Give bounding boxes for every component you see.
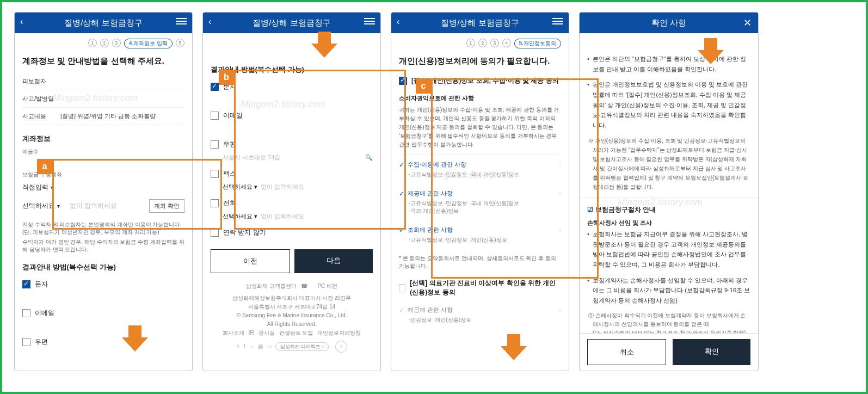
- arrow-down-icon: [309, 29, 340, 60]
- scroll-top-button[interactable]: ↑: [335, 341, 347, 353]
- next-button[interactable]: 다음: [294, 249, 373, 273]
- checkbox-icon: [211, 112, 219, 120]
- step-indicator: 1234 5.개인정보동의: [399, 39, 561, 48]
- note-1: 지정 수익자 외 피보험자는 본인명의의 계좌만 이용이 가능합니다. (단, …: [22, 221, 184, 236]
- chevron-right-icon: ›: [559, 162, 561, 168]
- header: ‹ 질병/상해 보험금청구: [15, 13, 192, 33]
- cancel-button[interactable]: 취소: [587, 339, 666, 365]
- row-date: 사고/발병일: [22, 90, 184, 108]
- header-title: 질병/상해 보험금청구: [441, 18, 519, 28]
- checkbox-icon: [399, 77, 407, 85]
- chk-email[interactable]: 이메일: [211, 108, 373, 124]
- address-input[interactable]: 서울시 서초대로 74길🔍: [211, 152, 373, 166]
- header-title: 확인 사항: [651, 18, 686, 28]
- tag-b: b: [219, 70, 234, 85]
- back-icon[interactable]: ‹: [208, 17, 211, 27]
- screen-1: ‹ 질병/상해 보험금청구 123 4.계좌정보 입력 5 계좌정보 및 안내방…: [14, 12, 193, 371]
- arrow-down-icon: [498, 332, 529, 362]
- chk-post[interactable]: 우편: [211, 137, 373, 152]
- info-3: ※ 개인(신용)정보의 수집·이용, 조회 및 민감정보·고유식별정보의 처리가…: [587, 136, 750, 192]
- header: 확인 사항 ✕: [580, 13, 758, 33]
- chk-optional-consent[interactable]: [선택] 의료기관 진료비 이상여부 확인을 위한 개인(신용)정보 동의: [399, 275, 561, 300]
- arrow-down-icon: [695, 36, 726, 66]
- proc-1: 보험회사는 보험금 지급여부 결정을 위해 사고현장조사, 병원방문조사 등이 …: [587, 229, 750, 270]
- select-bank-row: 선택하세요▾ 없이 입력하세요 계좌 확인: [22, 196, 184, 217]
- chk-email[interactable]: 이메일: [22, 305, 184, 321]
- checkbox-icon: [399, 284, 405, 292]
- checkbox-icon: [211, 83, 219, 91]
- bottom-buttons: 취소 확인: [580, 333, 758, 371]
- hamburger-icon[interactable]: [176, 18, 187, 24]
- info-2: 본인은 개인정보보호법 및 신용정보의 이용 및 보호에 관한 법률에 따라 '…: [587, 79, 750, 130]
- phone-select[interactable]: 선택하세요 ▾: [223, 212, 257, 220]
- checkbox-icon: [22, 309, 30, 317]
- acc-lookup[interactable]: ✓조회에 관한 사항› ·고유식별정보 ·민감정보 ·개인(신용)정보: [399, 220, 561, 249]
- label-depositor: 예금주: [22, 148, 184, 156]
- proc-2-sub: ① 손해사정이 착수되기 이전에 보험계약자 등이 보험회사에게 손해사정사의 …: [587, 311, 750, 333]
- section-notify: 결과안내 방법(복수선택 가능): [22, 262, 184, 272]
- hamburger-icon[interactable]: [552, 18, 563, 24]
- arrow-down-icon: [120, 323, 150, 354]
- acc-provide[interactable]: ✓제공에 관한 사항› ·고유식별정보 ·민감정보 ·국내 개인(신용)정보 ·…: [399, 184, 561, 220]
- section-notify: 결과안내 방법(복수선택 가능): [211, 65, 373, 75]
- checkbox-icon: [211, 199, 219, 207]
- checkbox-icon: [211, 170, 219, 178]
- header: ‹ 질병/상해 보험금청구: [203, 13, 380, 33]
- consent-note: * 본 동의는 요약동의서로 안내되며, 상세동의서로도 확인 후 동의 가능합…: [399, 255, 561, 270]
- consent-subtitle: 소비자권익보호에 관한 사항: [399, 94, 561, 102]
- chk-phone[interactable]: 전화: [211, 195, 373, 211]
- footer-links[interactable]: 회사소개IR공시실컨설턴트 모집개인정보처리방침: [211, 329, 373, 337]
- chevron-right-icon: ›: [559, 190, 561, 197]
- chk-post[interactable]: 우편: [22, 334, 184, 350]
- consent-body: 귀하는 개인(신용)정보의 수집·이용 및 조회, 제공에 관한 동의를 거부하…: [399, 106, 561, 149]
- chk-fax[interactable]: 팩스: [211, 166, 373, 182]
- direct-link[interactable]: 삼성화재 다이렉트 ›: [275, 342, 329, 351]
- tag-c: c: [416, 78, 431, 94]
- acc-collect[interactable]: ✓수집·이용에 관한 사항› ·고유식별정보 ·민감정보 ·국내 개인(신용)정…: [399, 155, 561, 184]
- note-2: 수익자가 여러 명인 경우, 해당 수익자의 보험금 수령 계좌입력을 위해 담…: [22, 238, 184, 254]
- checkbox-icon: [22, 280, 30, 288]
- chk-sms[interactable]: 문자: [211, 79, 373, 95]
- phone-icon: ☎: [301, 282, 307, 291]
- screen-3: ‹ 질병/상해 보험금청구 1234 5.개인정보동의 개인(신용)정보처리에 …: [391, 12, 569, 371]
- chk-sms[interactable]: 문자: [22, 276, 184, 292]
- sub-assessor: 손해사정사 선임 및 조사: [587, 219, 750, 227]
- acc-opt-provide[interactable]: ✓제공에 관한 사항› ·민감정보 ·개인(신용)정보: [399, 300, 561, 329]
- proc-2: 보험계약자는 손해사정사를 선임할 수 있으며, 아래의 경우에는 그 비용을 …: [587, 275, 750, 306]
- header: ‹ 질병/상해 보험금청구: [391, 13, 569, 33]
- step-indicator: 123 4.계좌정보 입력 5: [22, 39, 184, 48]
- section-procedure: ☑보험금청구절차 안내: [587, 205, 750, 214]
- info-1: 본인은 하단의 "보험금청구"를 통하여 보상 절차에 관한 정보를 안내 받고…: [587, 54, 750, 74]
- chevron-right-icon: ›: [559, 227, 561, 233]
- checkbox-icon: [22, 338, 30, 346]
- hamburger-icon[interactable]: [364, 18, 375, 24]
- search-icon[interactable]: 🔍: [365, 154, 373, 161]
- phone-input[interactable]: 없이 입력하세요: [261, 212, 304, 220]
- tag-a: a: [37, 159, 52, 174]
- back-icon[interactable]: ‹: [20, 17, 23, 27]
- screen-4: 확인 사항 ✕ 본인은 하단의 "보험금청구"를 통하여 보상 절차에 관한 정…: [579, 12, 759, 371]
- close-icon[interactable]: ✕: [743, 17, 752, 29]
- header-title: 질병/상해 보험금청구: [253, 18, 330, 28]
- fax-input[interactable]: 없이 입력하세요: [261, 183, 304, 191]
- chk-none[interactable]: 연락 받지 않기: [211, 225, 373, 241]
- prev-button[interactable]: 이전: [211, 249, 290, 273]
- back-icon[interactable]: ‹: [397, 17, 399, 27]
- screen-2: ‹ 질병/상해 보험금청구 결과안내 방법(복수선택 가능) 문자 이메일 우편…: [202, 12, 381, 371]
- canvas: ‹ 질병/상해 보험금청구 123 4.계좌정보 입력 5 계좌정보 및 안내방…: [0, 0, 868, 394]
- row-insured: 피보험자: [22, 73, 184, 90]
- account-input[interactable]: 없이 입력하세요: [70, 201, 117, 211]
- header-title: 질병/상해 보험금청구: [64, 18, 142, 28]
- footer: 삼성화재 고객콜센터 ☎ PC 버전 삼성화재해상보험주식회사 대표이사 사장 …: [211, 282, 373, 353]
- checkbox-icon: [211, 229, 219, 237]
- fax-select[interactable]: 선택하세요 ▾: [223, 183, 257, 191]
- select-direct[interactable]: 직접입력▾: [22, 180, 184, 196]
- checkbox-icon: [211, 140, 219, 149]
- page-title: 개인(신용)정보처리에 동의가 필요합니다.: [399, 56, 561, 66]
- row-desc: 사고내용[질병] 위염/위염 기타 급통 소화불량: [22, 108, 184, 125]
- select-bank[interactable]: 선택하세요▾: [22, 201, 60, 211]
- verify-account-button[interactable]: 계좌 확인: [149, 199, 184, 213]
- confirm-button[interactable]: 확인: [673, 339, 750, 365]
- page-title: 계좌정보 및 안내방법을 선택해 주세요.: [22, 56, 184, 66]
- chevron-right-icon: ›: [559, 307, 561, 313]
